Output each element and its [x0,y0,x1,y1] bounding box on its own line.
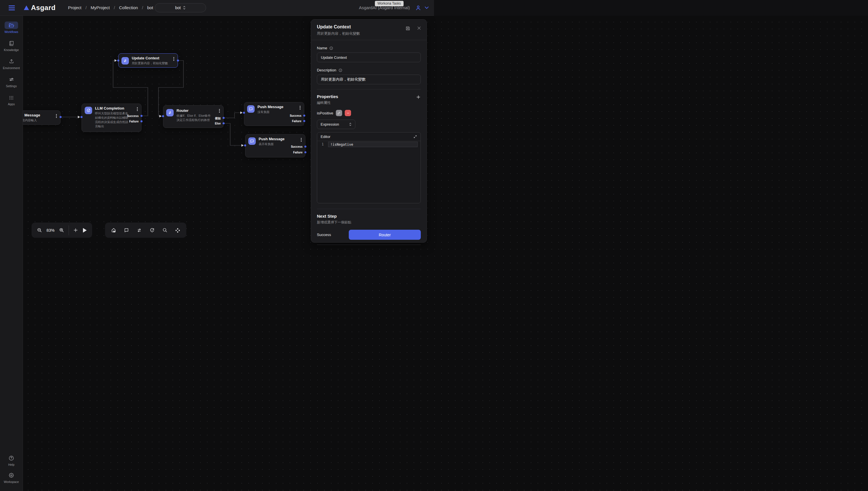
user-icon[interactable] [415,5,422,11]
menu-icon[interactable] [9,5,15,10]
remove-property-button[interactable] [345,110,351,116]
editor-code-line[interactable]: !isNegative [328,142,418,147]
zoom-level: 83% [47,228,55,233]
next-step-title: Next Step [317,214,421,219]
description-input[interactable] [317,75,421,84]
add-home-node-icon[interactable] [111,227,116,233]
port-success[interactable]: Success [290,114,301,117]
next-step-subtitle: 新增或選擇下一個節點 [317,220,421,225]
editor-title: Editor [321,135,330,139]
node-push-message-2[interactable]: Push Message 表示有負面 Success Failure [245,134,305,157]
breadcrumb-bot[interactable]: bot [147,5,153,10]
top-bar: Asgard Project / MyProject / Collection … [0,0,434,16]
run-workflow-icon[interactable] [82,228,87,233]
chevron-down-icon[interactable] [425,6,429,9]
node-description: 依據If、Else If、Else條件決定工作流程執行的路徑 [177,114,213,122]
sidebar-item-apps[interactable]: Apps [0,94,23,106]
sidebar: Workflows Knowledge Environment Settings… [0,16,23,246]
node-message[interactable]: Message 息內容輸入 [23,110,60,125]
port-else[interactable]: Else [215,122,221,125]
next-step-section: Next Step 新增或選擇下一個節點 Success Router [311,209,427,245]
llm-node-icon[interactable] [149,227,155,233]
folder-icon [5,22,18,29]
name-input[interactable] [317,53,421,62]
node-menu-icon[interactable] [173,57,175,61]
brand-title: Asgard [31,4,56,12]
asgard-logo-icon [24,5,29,10]
node-menu-icon[interactable] [218,108,220,113]
edit-property-button[interactable] [336,110,342,116]
info-icon [329,46,333,50]
zoom-out-icon[interactable] [37,227,42,233]
message-node-icon[interactable] [124,227,129,233]
sidebar-item-label: Apps [8,103,15,106]
node-title: Message [24,113,40,117]
sidebar-item-label: Environment [3,66,20,70]
integrations-icon[interactable] [175,227,181,233]
sidebar-item-label: Settings [6,84,17,88]
node-push-message-1[interactable]: Push Message 沒有負面 Success Failure [244,102,304,126]
port-failure[interactable]: Failure [292,120,301,123]
expand-icon[interactable] [413,135,417,139]
node-title: LLM Completion [95,106,124,110]
breadcrumb-collection[interactable]: Collection [119,5,138,10]
node-update-context[interactable]: Update Context 用於更新內容，初始化變數 [118,53,178,68]
workflow-select-value: bot [175,5,181,10]
port-success[interactable]: Success [127,114,139,118]
node-llm-completion[interactable]: LLM Completion 呼叫大型語言模型並產生結構化的資料輸出以輔助流程的… [82,104,141,132]
swap-node-icon[interactable] [136,227,142,233]
name-description-section: Name Description [311,40,427,89]
breadcrumb-myproject[interactable]: MyProject [91,5,110,10]
property-name: isPositive [317,111,333,115]
upload-icon [5,58,18,65]
node-description: 呼叫大型語言模型並產生結構化的資料輸出以輔助流程的決策或生成自然語言輸出 [95,111,130,128]
add-property-icon[interactable] [416,95,421,99]
node-description: 息內容輸入 [23,118,37,122]
next-step-target-button[interactable]: Router [349,230,421,240]
add-node-icon[interactable] [73,228,78,233]
zoom-in-icon[interactable] [59,227,64,233]
node-title: Push Message [257,105,283,109]
name-label: Name [317,46,327,50]
port-if[interactable]: 假如 [215,116,221,120]
llm-icon [85,107,92,114]
workflow-select[interactable]: bot [155,3,206,12]
sidebar-item-label: Knowledge [4,48,19,52]
expression-editor[interactable]: Editor 1 !isNegative [317,132,421,203]
node-router[interactable]: Router 依據If、Else If、Else條件決定工作流程執行的路徑 假如… [163,105,224,128]
node-menu-icon[interactable] [300,137,302,142]
panel-subtitle: 用於更新內容，初始化變數 [317,31,421,36]
chevron-expand-icon [349,122,352,126]
properties-section: Properties 編輯屬性 isPositive Expression Ed… [311,89,427,209]
sidebar-item-label: Workflows [4,30,18,34]
node-title: Router [177,108,189,113]
sidebar-item-settings[interactable]: Settings [0,76,23,88]
info-icon [338,68,343,72]
chevron-expand-icon [183,6,186,10]
editor-line-number: 1 [317,141,328,203]
close-icon[interactable] [417,26,422,31]
port-failure[interactable]: Failure [293,151,302,154]
workona-tasks-tooltip: Workona Tasks [375,1,404,6]
sliders-icon [5,76,18,83]
sidebar-item-workflows[interactable]: Workflows [0,22,23,34]
property-type-select[interactable]: Expression [317,120,355,129]
node-menu-icon[interactable] [136,107,138,112]
chat-bubble-icon [247,105,254,113]
node-description: 用於更新內容，初始化變數 [132,61,168,65]
sidebar-item-environment[interactable]: Environment [0,58,23,70]
port-success[interactable]: Success [291,145,302,148]
node-menu-icon[interactable] [55,114,57,118]
node-palette-toolbar [105,223,186,238]
sidebar-item-knowledge[interactable]: Knowledge [0,39,23,52]
save-icon[interactable] [405,26,410,31]
port-failure[interactable]: Failure [129,120,139,123]
node-menu-icon[interactable] [299,105,301,110]
node-title: Push Message [259,137,284,141]
properties-title: Properties [317,94,338,99]
next-step-port-label: Success [317,233,331,237]
node-title: Update Context [132,56,159,60]
breadcrumb-project[interactable]: Project [68,5,82,10]
search-icon[interactable] [162,227,168,233]
swap-arrows-icon [166,109,174,116]
